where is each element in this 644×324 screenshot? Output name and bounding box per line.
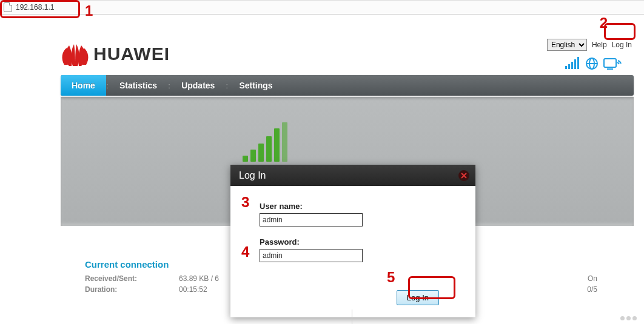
page-icon [4, 2, 12, 12]
svg-rect-8 [604, 59, 616, 67]
nav-tab-statistics[interactable]: Statistics [109, 75, 168, 96]
svg-rect-1 [568, 64, 570, 69]
nav-tab-home[interactable]: Home [61, 75, 106, 96]
svg-rect-3 [574, 59, 576, 69]
status-right-value: On [500, 274, 597, 283]
status-right-value: 0/5 [500, 285, 597, 294]
status-label: Received/Sent: [85, 274, 179, 283]
status-label: Duration: [85, 285, 179, 294]
close-icon[interactable] [458, 170, 469, 181]
password-label: Password: [260, 237, 446, 246]
globe-icon [585, 57, 599, 72]
huawei-icon [61, 41, 90, 67]
brand-text: HUAWEI [93, 44, 170, 64]
nav-tab-settings[interactable]: Settings [228, 75, 283, 96]
address-bar[interactable]: 192.168.1.1 [0, 0, 644, 15]
password-input[interactable] [260, 249, 363, 262]
modal-header: Log In [230, 165, 475, 186]
footer-dots-icon [620, 316, 637, 320]
svg-rect-9 [607, 68, 613, 70]
brand-logo: HUAWEI [61, 15, 634, 75]
svg-rect-2 [571, 62, 573, 69]
username-input[interactable] [260, 213, 363, 226]
svg-rect-0 [565, 66, 567, 69]
login-button[interactable]: Log In [397, 290, 439, 305]
monitor-wifi-icon [603, 57, 622, 72]
main-nav: Home : Statistics : Updates : Settings [61, 75, 634, 96]
nav-tab-updates[interactable]: Updates [170, 75, 226, 96]
modal-title: Log In [239, 170, 266, 181]
username-label: User name: [260, 202, 446, 211]
signal-icon [565, 57, 580, 72]
divider [352, 309, 352, 324]
svg-rect-4 [577, 57, 579, 69]
login-modal: Log In User name: Password: Log In [230, 165, 475, 317]
signal-graphic-icon [243, 122, 287, 162]
address-url: 192.168.1.1 [16, 3, 54, 12]
